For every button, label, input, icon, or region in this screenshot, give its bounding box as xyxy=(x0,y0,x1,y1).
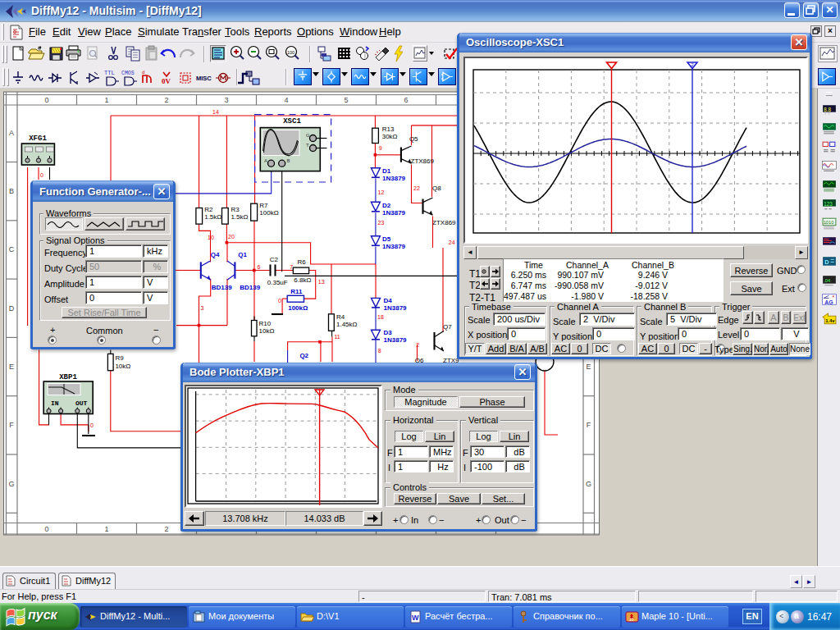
svg-text:1.45kΩ: 1.45kΩ xyxy=(336,321,358,328)
svg-text:6: 6 xyxy=(404,96,408,104)
svg-text:R4: R4 xyxy=(336,313,345,321)
svg-text:6: 6 xyxy=(258,264,261,270)
svg-text:3: 3 xyxy=(201,305,204,311)
svg-text:B: B xyxy=(9,187,14,195)
svg-text:24: 24 xyxy=(449,240,455,245)
svg-text:0: 0 xyxy=(278,298,281,304)
svg-text:0: 0 xyxy=(90,422,94,428)
svg-text:18: 18 xyxy=(377,314,384,320)
svg-text:4: 4 xyxy=(284,96,288,104)
svg-text:20: 20 xyxy=(228,234,235,240)
svg-text:1.5kΩ: 1.5kΩ xyxy=(231,213,248,221)
svg-text:A: A xyxy=(264,158,267,163)
svg-text:D: D xyxy=(824,258,829,265)
svg-text:IN: IN xyxy=(51,399,59,407)
svg-text:100kΩ: 100kΩ xyxy=(288,304,308,312)
svg-text:TTL: TTL xyxy=(104,70,115,76)
svg-text:10kΩ: 10kΩ xyxy=(259,327,275,335)
svg-text:1010: 1010 xyxy=(824,220,834,225)
svg-text:6.8kΩ: 6.8kΩ xyxy=(294,276,311,284)
svg-text:1N3879: 1N3879 xyxy=(382,175,406,182)
svg-text:B: B xyxy=(287,158,290,163)
svg-text:D5: D5 xyxy=(382,235,391,243)
svg-text:G: G xyxy=(8,480,14,488)
svg-text:BD139: BD139 xyxy=(212,284,232,291)
svg-text:12: 12 xyxy=(378,189,385,195)
svg-text:ZTX869: ZTX869 xyxy=(432,219,456,226)
svg-text:1.5kΩ: 1.5kΩ xyxy=(204,213,221,221)
svg-text:2: 2 xyxy=(164,96,168,104)
svg-text:G: G xyxy=(306,133,310,138)
svg-text:R13: R13 xyxy=(382,126,395,133)
svg-text:AG: AG xyxy=(824,299,833,305)
svg-text:Q5: Q5 xyxy=(409,135,418,143)
svg-text:.04: .04 xyxy=(824,277,831,282)
svg-text:XSC1: XSC1 xyxy=(283,117,301,126)
svg-text:F: F xyxy=(9,421,14,429)
svg-text:8.8: 8.8 xyxy=(824,107,831,112)
svg-text:ZTX869: ZTX869 xyxy=(411,158,435,165)
svg-text:5: 5 xyxy=(344,96,348,104)
svg-text:D1: D1 xyxy=(382,167,391,175)
svg-text:1: 1 xyxy=(104,96,108,104)
svg-text:MISC: MISC xyxy=(196,75,212,82)
svg-text:2: 2 xyxy=(416,342,419,348)
svg-text:R10: R10 xyxy=(259,320,272,327)
svg-text:Q8: Q8 xyxy=(432,185,441,192)
svg-text:0V: 0V xyxy=(162,77,171,85)
svg-text:23: 23 xyxy=(378,220,385,226)
svg-text:8: 8 xyxy=(378,348,381,354)
svg-text:BD139: BD139 xyxy=(240,284,260,291)
svg-text:R9: R9 xyxy=(115,354,124,362)
svg-text:11: 11 xyxy=(335,334,340,340)
svg-text:10: 10 xyxy=(629,617,634,622)
svg-text:R11: R11 xyxy=(290,288,303,295)
svg-text:E: E xyxy=(9,363,14,371)
svg-text:22: 22 xyxy=(413,185,420,191)
svg-text:CMOS: CMOS xyxy=(121,71,135,76)
svg-text:7: 7 xyxy=(290,264,293,270)
svg-text:Q4: Q4 xyxy=(211,251,220,258)
svg-text:T: T xyxy=(306,143,309,148)
svg-text:R3: R3 xyxy=(231,206,240,213)
svg-text:R6: R6 xyxy=(297,258,306,266)
svg-text:14: 14 xyxy=(212,109,219,115)
svg-text:E: E xyxy=(586,363,591,371)
svg-text:1.4v: 1.4v xyxy=(825,318,835,323)
svg-text:W: W xyxy=(412,614,419,622)
svg-text:3: 3 xyxy=(224,96,228,104)
svg-text:R7: R7 xyxy=(259,202,268,209)
svg-text:d: d xyxy=(142,70,144,75)
svg-text:F: F xyxy=(587,421,591,429)
svg-text:1N3879: 1N3879 xyxy=(382,243,406,250)
svg-text:10kΩ: 10kΩ xyxy=(115,363,130,370)
svg-text:10: 10 xyxy=(208,235,214,240)
svg-text:D3: D3 xyxy=(384,329,393,336)
svg-text:13: 13 xyxy=(318,279,325,285)
svg-text:XBP1: XBP1 xyxy=(59,373,77,381)
svg-text:D2: D2 xyxy=(382,202,391,209)
svg-text:D: D xyxy=(9,304,15,313)
svg-text:R2: R2 xyxy=(204,206,213,213)
svg-text:2: 2 xyxy=(164,525,168,533)
svg-text:1N3879: 1N3879 xyxy=(384,304,408,312)
svg-text:9: 9 xyxy=(379,145,382,151)
svg-text:C: C xyxy=(9,245,15,253)
svg-text:OUT: OUT xyxy=(75,399,88,407)
svg-text:30kΩ: 30kΩ xyxy=(382,133,398,140)
svg-text:100: 100 xyxy=(287,50,294,55)
svg-text:D4: D4 xyxy=(384,297,393,304)
svg-text:A: A xyxy=(9,129,14,137)
svg-text:0.35uF: 0.35uF xyxy=(267,279,288,286)
svg-text:Q1: Q1 xyxy=(238,251,247,258)
svg-text:Q7: Q7 xyxy=(443,323,452,331)
svg-text:123: 123 xyxy=(824,201,833,207)
svg-text:0: 0 xyxy=(44,525,48,533)
svg-text:100kΩ: 100kΩ xyxy=(259,209,278,217)
svg-text:G: G xyxy=(586,480,591,488)
svg-text:C2: C2 xyxy=(270,256,279,263)
svg-text:XFG1: XFG1 xyxy=(29,135,47,143)
svg-text:0: 0 xyxy=(40,172,43,178)
svg-text:1N3879: 1N3879 xyxy=(384,336,408,344)
svg-text:0: 0 xyxy=(44,96,48,104)
